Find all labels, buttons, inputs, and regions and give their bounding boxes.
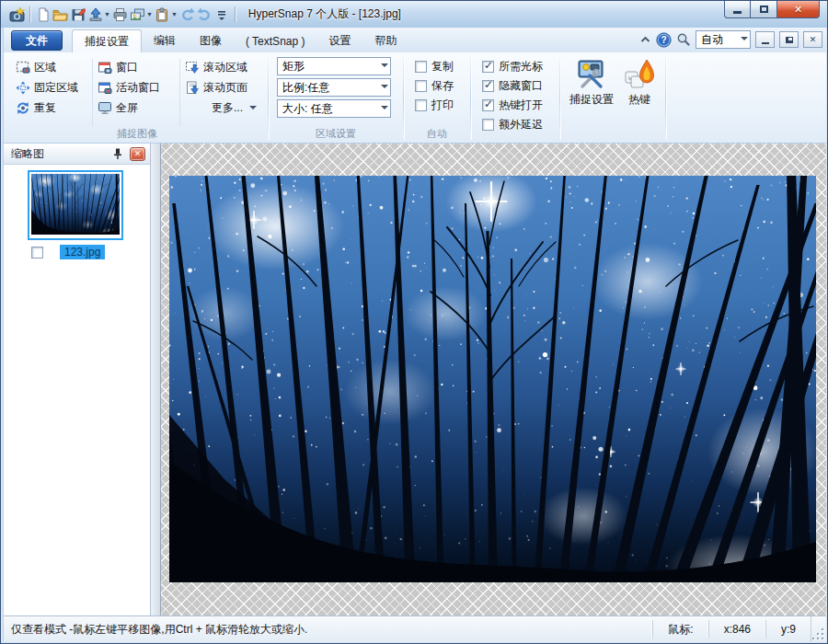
print-icon[interactable]: [111, 6, 129, 23]
capture-tools-group: 捕捉设置 k 热键: [563, 55, 662, 143]
checkbox-icon: [482, 80, 494, 92]
close-icon: ✕: [134, 149, 142, 158]
tab-capture-settings[interactable]: 捕捉设置: [72, 29, 142, 52]
minimize-icon: [762, 42, 769, 44]
hotkey-open-checkbox[interactable]: 热键打开: [477, 96, 553, 115]
thumbnail-filename[interactable]: 123.jpg: [60, 245, 105, 259]
group-separator: [470, 58, 471, 140]
search-icon[interactable]: [676, 32, 691, 47]
tab-file[interactable]: 文件: [11, 30, 63, 51]
capture-settings-button[interactable]: 捕捉设置: [567, 57, 616, 108]
tab-image[interactable]: 图像: [188, 29, 234, 52]
collapse-ribbon-icon[interactable]: [639, 35, 651, 44]
chevron-down-icon: [249, 106, 257, 113]
thumbnail-panel: 缩略图 ✕ 123.jpg: [4, 144, 151, 615]
window-capture-button[interactable]: 窗口: [95, 57, 178, 77]
tab-edit[interactable]: 编辑: [142, 29, 188, 52]
checkbox-icon: [415, 80, 427, 92]
group-separator: [559, 58, 560, 140]
thumbnail-checkbox[interactable]: [31, 247, 43, 259]
window-title: HyperSnap 7 个人版 - [123.jpg]: [248, 6, 401, 22]
more-capture-button[interactable]: 更多...: [182, 98, 261, 118]
tab-textsnap[interactable]: ( TextSnap ): [234, 29, 316, 52]
minimize-button[interactable]: [724, 1, 751, 18]
zoom-combobox-value: 自动: [701, 32, 723, 48]
extra-delay-checkbox[interactable]: 额外延迟: [477, 115, 553, 134]
chevron-down-icon: [381, 85, 388, 92]
copy-dropdown-arrow-icon[interactable]: ▼: [146, 11, 153, 17]
size-dropdown[interactable]: 大小: 任意: [277, 99, 391, 118]
restore-icon: [786, 37, 793, 43]
include-cursor-checkbox[interactable]: 所需光标: [477, 57, 553, 76]
export-icon[interactable]: [86, 6, 104, 23]
scroll-page-icon: [185, 81, 200, 95]
paste-icon[interactable]: [154, 6, 171, 23]
scroll-region-capture-button[interactable]: 滚动区域: [182, 57, 261, 77]
checkbox-icon: [482, 119, 494, 131]
repeat-icon: [16, 101, 30, 115]
fixed-region-capture-button[interactable]: 固定区域: [13, 77, 90, 98]
thumbnail-item[interactable]: [28, 170, 123, 240]
auto-print-checkbox[interactable]: 打印: [410, 96, 464, 115]
menu-tab-row: 文件 捕捉设置 编辑 图像 ( TextSnap ) 设置 帮助 ? 自动 ✕: [4, 28, 826, 52]
auto-group: 复制 保存 打印 自动: [407, 55, 467, 143]
group-column-separator: [179, 59, 180, 126]
chevron-down-icon: [741, 37, 748, 44]
active-window-capture-button[interactable]: 活动窗口: [95, 77, 178, 98]
copy-icon[interactable]: [129, 6, 146, 23]
region-capture-button[interactable]: 区域: [13, 57, 90, 77]
status-message: 仅查看模式 -鼠标左键平移图像,用Ctrl + 鼠标滑轮放大或缩小.: [11, 622, 307, 638]
new-file-icon[interactable]: [34, 6, 52, 23]
customize-toolbar-icon[interactable]: [213, 6, 231, 23]
capture-settings-icon: [576, 58, 607, 89]
resize-grip[interactable]: [811, 616, 826, 642]
paste-dropdown-arrow-icon[interactable]: ▼: [171, 11, 178, 17]
repeat-capture-button[interactable]: 重复: [13, 98, 90, 118]
scroll-page-capture-button[interactable]: 滚动页面: [182, 77, 261, 98]
hotkey-flame-icon: k: [624, 58, 655, 89]
help-icon[interactable]: ?: [656, 32, 672, 48]
image-canvas[interactable]: [161, 144, 826, 615]
export-dropdown-arrow-icon[interactable]: ▼: [104, 11, 110, 17]
checkbox-icon: [415, 99, 427, 111]
pin-icon[interactable]: [112, 147, 123, 160]
ribbon: 区域 固定区域 重复 窗口: [4, 52, 826, 144]
zoom-combobox[interactable]: 自动: [696, 30, 751, 49]
auto-save-checkbox[interactable]: 保存: [410, 76, 464, 96]
body-area: 缩略图 ✕ 123.jpg: [4, 144, 826, 615]
app-window: ▼ ▼ ▼ HyperSnap 7 个人版 - [123.jpg]: [0, 0, 828, 644]
open-folder-icon[interactable]: [52, 6, 69, 23]
document-close-button[interactable]: ✕: [803, 31, 822, 48]
undo-icon[interactable]: [178, 6, 196, 23]
hide-window-checkbox[interactable]: 隐藏窗口: [477, 76, 553, 96]
tab-help[interactable]: 帮助: [362, 29, 408, 52]
title-bar: ▼ ▼ ▼ HyperSnap 7 个人版 - [123.jpg]: [1, 1, 827, 28]
photo-image[interactable]: [169, 176, 816, 582]
group-label: 区域设置: [271, 127, 400, 141]
monitor-icon: [98, 101, 112, 115]
auto-copy-checkbox[interactable]: 复制: [410, 57, 464, 76]
close-button[interactable]: ✕: [777, 1, 820, 18]
maximize-button[interactable]: [751, 1, 777, 18]
minimize-icon: [733, 11, 742, 14]
hotkeys-button[interactable]: k 热键: [620, 57, 659, 108]
app-icon[interactable]: [8, 6, 26, 23]
tab-settings[interactable]: 设置: [316, 29, 362, 52]
shape-dropdown[interactable]: 矩形: [277, 57, 391, 75]
panel-splitter[interactable]: [151, 144, 161, 615]
save-icon[interactable]: [69, 6, 86, 23]
toolbar-separator: [235, 6, 236, 22]
thumbnail-panel-title: 缩略图: [11, 146, 44, 162]
checkbox-icon: [415, 61, 427, 73]
panel-close-button[interactable]: ✕: [130, 147, 145, 161]
window-controls: ✕: [724, 1, 820, 18]
group-separator: [665, 58, 666, 140]
redo-icon[interactable]: [196, 6, 213, 23]
active-window-icon: [98, 81, 112, 95]
ratio-dropdown[interactable]: 比例:任意: [277, 78, 391, 97]
group-column-separator: [92, 59, 93, 126]
document-minimize-button[interactable]: [755, 31, 775, 48]
maximize-icon: [760, 6, 768, 13]
document-restore-button[interactable]: [779, 31, 799, 48]
fullscreen-capture-button[interactable]: 全屏: [95, 98, 178, 118]
